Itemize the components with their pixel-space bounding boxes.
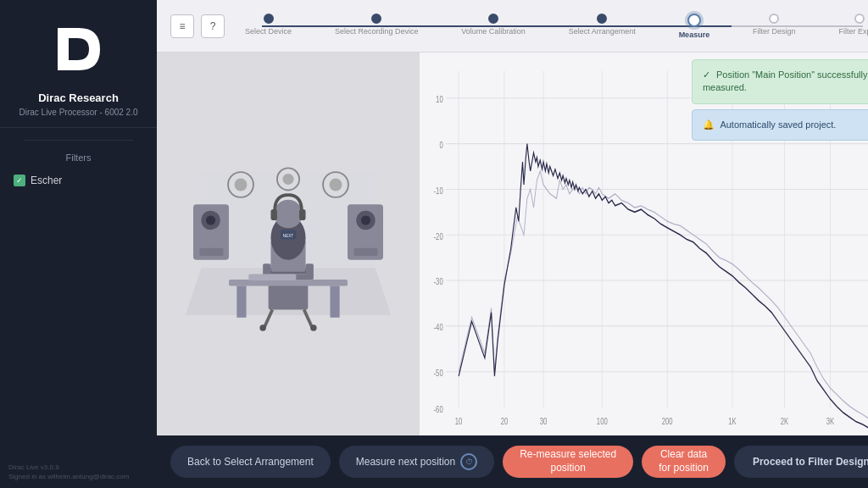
svg-text:0: 0 xyxy=(439,141,442,151)
sidebar-divider xyxy=(24,140,134,141)
svg-text:-60: -60 xyxy=(434,405,443,415)
sidebar-app-title: Dirac Research xyxy=(38,92,119,106)
back-button[interactable]: Back to Select Arrangement xyxy=(170,446,331,478)
success-icon: ✓ xyxy=(703,69,710,81)
svg-text:30: 30 xyxy=(540,417,548,427)
room-illustration: NEXT xyxy=(157,53,420,435)
measure-next-label: Measure next position xyxy=(356,456,455,468)
clear-data-button[interactable]: Clear datafor position xyxy=(642,446,726,478)
svg-point-13 xyxy=(235,179,248,191)
menu-button[interactable]: ≡ xyxy=(170,14,194,38)
svg-rect-32 xyxy=(236,286,246,317)
step-dot-4 xyxy=(597,14,607,24)
bottombar: Back to Select Arrangement Measure next … xyxy=(157,435,868,488)
svg-text:NEXT: NEXT xyxy=(283,234,294,238)
success-notification: ✓ Position "Main Position" successfully … xyxy=(692,59,868,104)
svg-rect-7 xyxy=(199,248,223,256)
step-dot-6 xyxy=(769,14,779,24)
step-recording-device[interactable]: Select Recording Device xyxy=(335,14,419,39)
remeasure-button[interactable]: Re-measure selectedposition xyxy=(503,446,633,478)
svg-text:-40: -40 xyxy=(434,323,443,333)
step-filter-design[interactable]: Filter Design xyxy=(753,14,796,39)
step-dot-3 xyxy=(488,14,498,24)
svg-text:-10: -10 xyxy=(434,186,443,197)
svg-text:20: 20 xyxy=(501,417,509,427)
main-area: ≡ ? Select Device Select Recording Devic… xyxy=(157,0,868,488)
svg-rect-30 xyxy=(299,209,305,220)
topbar-icons: ≡ ? xyxy=(170,14,225,38)
chart-area: ✓ Position "Main Position" successfully … xyxy=(420,53,868,435)
dirac-logo xyxy=(45,15,113,83)
svg-text:100: 100 xyxy=(597,417,608,427)
stepper: Select Device Select Recording Device Vo… xyxy=(236,14,868,39)
svg-text:-30: -30 xyxy=(434,277,443,287)
step-select-device[interactable]: Select Device xyxy=(245,14,292,39)
svg-point-25 xyxy=(259,324,265,330)
svg-rect-22 xyxy=(306,263,314,280)
step-label-4: Select Arrangement xyxy=(569,27,636,36)
svg-rect-29 xyxy=(270,209,276,220)
svg-rect-34 xyxy=(248,274,296,280)
svg-text:3K: 3K xyxy=(826,417,835,427)
svg-text:10: 10 xyxy=(455,417,463,427)
clear-data-label: Clear datafor position xyxy=(659,448,709,474)
svg-point-15 xyxy=(330,179,342,191)
filter-checkbox[interactable] xyxy=(14,175,25,186)
svg-text:-20: -20 xyxy=(434,231,443,241)
svg-text:1K: 1K xyxy=(728,417,737,427)
step-dot-5 xyxy=(687,14,701,27)
sidebar: Dirac Research Dirac Live Processor - 60… xyxy=(0,0,157,488)
step-label-6: Filter Design xyxy=(753,27,796,36)
success-text: Position "Main Position" successfully me… xyxy=(703,69,867,92)
svg-point-6 xyxy=(206,215,215,225)
measure-next-button[interactable]: Measure next position ⏱ xyxy=(339,446,494,478)
step-dot-2 xyxy=(371,14,381,24)
step-label-2: Select Recording Device xyxy=(335,27,419,36)
svg-point-28 xyxy=(274,200,303,229)
room-svg: NEXT xyxy=(170,125,407,363)
svg-point-17 xyxy=(282,174,293,185)
info-notification: 🔔 Automatically saved project. × xyxy=(692,109,868,141)
step-label-1: Select Device xyxy=(245,27,292,36)
content-area: NEXT ✓ Position "Main Position" successf… xyxy=(157,53,868,435)
remeasure-label: Re-measure selectedposition xyxy=(520,448,616,474)
svg-text:2K: 2K xyxy=(781,417,789,427)
step-dot-1 xyxy=(264,14,274,24)
info-text: Automatically saved project. xyxy=(720,119,836,130)
svg-text:200: 200 xyxy=(662,417,673,427)
filters-label: Filters xyxy=(66,152,92,163)
logo-area: Dirac Research Dirac Live Processor - 60… xyxy=(0,0,157,128)
sidebar-footer: Dirac Live v3.0.9 Signed in as wilhelm.a… xyxy=(8,463,129,481)
filter-name: Escher xyxy=(31,175,62,186)
step-label-3: Volume Calibration xyxy=(461,27,526,36)
svg-text:10: 10 xyxy=(436,95,443,105)
sidebar-app-subtitle: Dirac Live Processor - 6002 2.0 xyxy=(19,108,137,117)
svg-point-10 xyxy=(361,215,370,225)
step-label-5: Measure xyxy=(679,30,710,39)
timer-icon: ⏱ xyxy=(460,453,477,470)
svg-rect-11 xyxy=(353,248,377,256)
step-measure[interactable]: Measure xyxy=(679,14,710,39)
notifications-panel: ✓ Position "Main Position" successfully … xyxy=(692,59,868,141)
step-dot-7 xyxy=(854,14,865,24)
svg-text:-50: -50 xyxy=(434,369,443,379)
svg-point-26 xyxy=(310,324,316,330)
stepper-steps: Select Device Select Recording Device Vo… xyxy=(245,14,868,39)
topbar: ≡ ? Select Device Select Recording Devic… xyxy=(157,0,868,53)
svg-rect-33 xyxy=(330,286,339,317)
proceed-button[interactable]: Proceed to Filter Design xyxy=(734,446,868,478)
step-select-arrangement[interactable]: Select Arrangement xyxy=(569,14,636,39)
bell-icon: 🔔 xyxy=(703,119,715,131)
step-label-7: Filter Export xyxy=(838,27,868,36)
step-volume-calibration[interactable]: Volume Calibration xyxy=(461,14,526,39)
svg-rect-31 xyxy=(229,280,348,286)
step-filter-export[interactable]: Filter Export xyxy=(838,14,868,39)
help-button[interactable]: ? xyxy=(201,14,225,38)
filter-item-escher[interactable]: Escher xyxy=(0,171,157,190)
